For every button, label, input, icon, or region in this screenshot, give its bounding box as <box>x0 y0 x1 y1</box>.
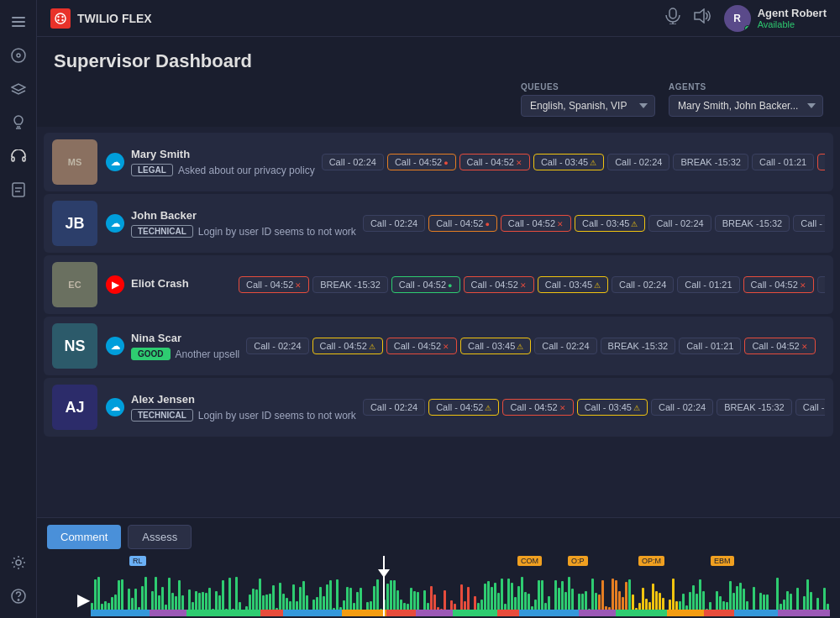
sidebar-bulb-icon[interactable] <box>5 109 32 136</box>
activity-chip[interactable]: Call - 03:45⚠ <box>575 215 645 232</box>
sidebar-card-icon[interactable] <box>5 176 32 203</box>
agent-status: Available <box>758 19 827 29</box>
queues-filter: QUEUES English, Spanish, VIP <box>521 82 655 117</box>
activity-chip[interactable]: Call - 01:21 <box>752 154 814 170</box>
agent-tag: TECHNICAL <box>131 225 193 238</box>
activity-chip[interactable]: Call - 02:24 <box>607 154 669 170</box>
activity-chip[interactable]: Call - 02:24 <box>534 338 596 354</box>
activity-chip[interactable]: Call - 02:24 <box>363 399 425 416</box>
activity-chip[interactable]: Call - 04:52● <box>387 154 456 170</box>
sidebar-menu-icon[interactable] <box>5 8 32 35</box>
activity-chip[interactable]: BREAK -15:32 <box>717 399 792 416</box>
svg-point-10 <box>16 560 21 565</box>
agent-name-status: Agent Robert Available <box>758 7 827 29</box>
activity-chip[interactable]: Call - 04:52✕ <box>501 215 571 232</box>
svg-rect-6 <box>23 157 25 161</box>
color-strip-segment <box>616 610 668 616</box>
svg-rect-0 <box>12 17 25 18</box>
dashboard-header: Supervisor Dashboard QUEUES English, Spa… <box>37 37 840 127</box>
main-content: TWILIO FLEX R <box>37 0 840 618</box>
agent-info-col: Nina Scar GOOD Another upsell <box>131 332 239 360</box>
activity-chip[interactable]: Call - 02:24 <box>648 215 711 232</box>
comment-button[interactable]: Comment <box>47 525 121 549</box>
activity-chips: Call - 04:52✕BREAK -15:32Call - 04:52●Ca… <box>239 276 825 293</box>
activity-chip[interactable]: Call - 04:52● <box>428 215 497 232</box>
agent-name: Mary Smith <box>131 148 315 160</box>
activity-chip[interactable]: Call - 04:52✕ <box>464 276 534 293</box>
activity-chip[interactable]: Call - 01:21 <box>793 215 825 232</box>
activity-chips: Call - 02:24Call - 04:52●Call - 04:52✕Ca… <box>363 215 825 232</box>
activity-chip[interactable]: Call - 04:52⚠ <box>428 399 499 416</box>
activity-chip[interactable]: BREAK -15:32 <box>601 338 676 354</box>
agent-row[interactable]: EC ▶ Eliot Crash Call - 04:52✕BREAK -15:… <box>44 255 833 314</box>
mic-button[interactable] <box>665 8 680 29</box>
sidebar-compass-icon[interactable] <box>5 42 32 69</box>
sidebar-settings-icon[interactable] <box>5 549 32 576</box>
activity-chips: Call - 02:24Call - 04:52⚠Call - 04:52✕Ca… <box>246 338 825 354</box>
color-strip-segment <box>150 610 186 616</box>
activity-chip[interactable]: Call - 01:21 <box>677 276 739 293</box>
agent-avatar: MS <box>52 139 97 185</box>
activity-chip[interactable]: Call - 04:52✕ <box>744 338 815 354</box>
activity-chip[interactable]: Call - 04:52✕ <box>459 154 530 170</box>
activity-chip[interactable]: BREAK -15:32 <box>715 215 790 232</box>
agent-note: Login by user ID seems to not work <box>198 410 356 422</box>
activity-chip[interactable]: Call - 02:24 <box>651 399 713 416</box>
agent-row[interactable]: AJ ☁ Alex Jensen TECHNICAL Login by user… <box>44 378 833 437</box>
sidebar-headphones-icon[interactable] <box>5 143 32 170</box>
activity-chip[interactable]: Call - 04:52⚠ <box>312 338 383 354</box>
top-header: TWILIO FLEX R <box>37 0 840 37</box>
color-strip-segment <box>497 610 519 616</box>
color-strips <box>91 610 830 616</box>
activity-chip[interactable]: BREAK -15:32 <box>312 276 388 293</box>
agent-name: John Backer <box>131 209 356 222</box>
agents-select[interactable]: Mary Smith, John Backer... <box>669 95 823 117</box>
agent-note: Login by user ID seems to not work <box>198 226 356 238</box>
twilio-logo <box>50 8 71 29</box>
svg-point-15 <box>61 15 63 17</box>
activity-chip[interactable]: Call - 01:21 <box>679 338 741 354</box>
svg-point-12 <box>18 600 18 600</box>
salesforce-icon: ☁ <box>106 214 124 233</box>
agent-info-col: Alex Jensen TECHNICAL Login by user ID s… <box>131 393 356 422</box>
color-strip-segment <box>704 610 733 616</box>
activity-chip[interactable]: Call - 01:21 <box>795 399 825 416</box>
agent-info-col: Mary Smith LEGAL Asked about our privacy… <box>131 148 315 176</box>
activity-chip[interactable]: Call - 04:52✕ <box>502 399 573 416</box>
sidebar-layers-icon[interactable] <box>5 76 32 102</box>
activity-chip[interactable]: Call - 03:45⚠ <box>538 276 608 293</box>
svg-point-13 <box>55 13 66 24</box>
activity-chip[interactable]: BREAK -15:32 <box>673 154 748 170</box>
svg-rect-2 <box>12 25 25 27</box>
svg-rect-1 <box>12 21 25 23</box>
activity-chip[interactable]: Call - 04:52● <box>391 276 460 293</box>
agent-row[interactable]: JB ☁ John Backer TECHNICAL Login by user… <box>44 194 833 253</box>
activity-chip[interactable]: Call - 01:5 <box>817 276 825 293</box>
agent-avatar: EC <box>52 262 97 307</box>
activity-chip[interactable]: Call - 03:45⚠ <box>533 154 604 170</box>
activity-chip[interactable]: Call - 03:45⚠ <box>577 399 648 416</box>
queues-select[interactable]: English, Spanish, VIP <box>521 95 655 117</box>
activity-chip[interactable]: Call - 02:24 <box>246 338 308 354</box>
assess-button[interactable]: Assess <box>128 525 192 549</box>
activity-chip[interactable]: Call - 04:52✕ <box>743 276 814 293</box>
activity-chip[interactable]: Call - 04:52✕ <box>239 276 309 293</box>
timeline-area: RL COM O:P OP:M EBM ▶ <box>47 556 830 616</box>
color-strip-segment <box>386 610 416 616</box>
activity-chip[interactable]: Call - 03:45⚠ <box>460 338 531 354</box>
agent-row[interactable]: NS ☁ Nina Scar GOOD Another upsell Call … <box>44 317 833 375</box>
agent-avatar: JB <box>52 201 97 246</box>
activity-chip[interactable]: Call - 04:52✕ <box>386 338 457 354</box>
filters-row: QUEUES English, Spanish, VIP AGENTS Mary… <box>54 82 823 117</box>
sidebar <box>0 0 37 618</box>
volume-button[interactable] <box>694 8 711 28</box>
activity-chip[interactable]: Call - 02:24 <box>363 215 425 232</box>
agent-row[interactable]: MS ☁ Mary Smith LEGAL Asked about our pr… <box>44 133 833 191</box>
activity-chip[interactable]: Call - 02:24 <box>322 154 384 170</box>
color-strip-segment <box>91 610 150 616</box>
salesforce-icon: ☁ <box>106 337 124 355</box>
sidebar-help-icon[interactable] <box>5 583 32 610</box>
activity-chip[interactable]: Call - 04:52✕ <box>817 154 825 170</box>
play-button[interactable]: ▶ <box>77 589 90 610</box>
activity-chip[interactable]: Call - 02:24 <box>612 276 674 293</box>
